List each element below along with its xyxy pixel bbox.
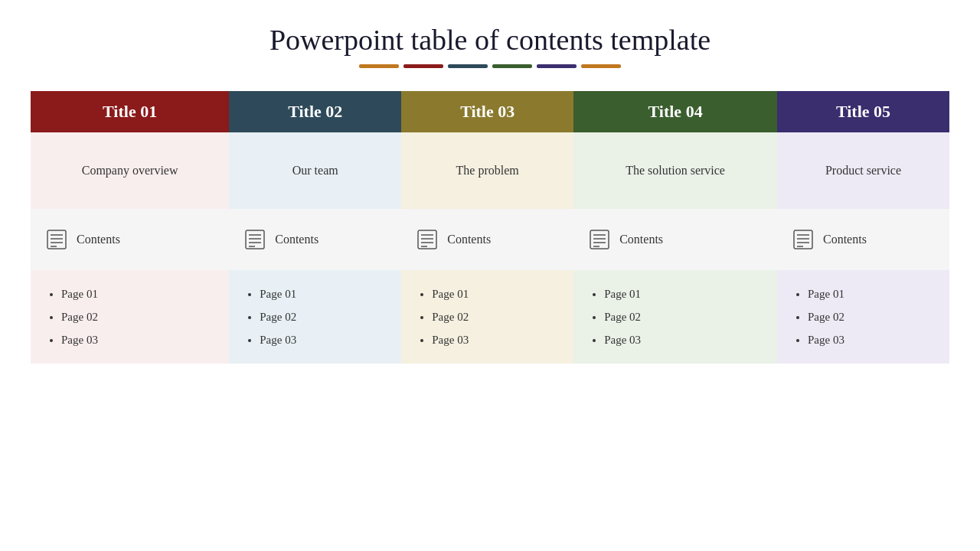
col1-contents: Contents: [31, 209, 229, 270]
header-row: Title 01 Title 02 Title 03 Title 04 Titl…: [31, 91, 949, 132]
col1-contents-inner: Contents: [46, 229, 214, 250]
col4-subtitle: The solution service: [573, 132, 777, 209]
list-item: Page 02: [808, 305, 934, 328]
col3-header: Title 03: [401, 91, 573, 132]
color-bar-1: [359, 64, 399, 68]
color-bars-row: [359, 64, 621, 68]
pages-row: Page 01 Page 02 Page 03 Page 01 Page 02 …: [31, 270, 949, 364]
col2-subtitle: Our team: [229, 132, 401, 209]
col2-header: Title 02: [229, 91, 401, 132]
page: Powerpoint table of contents template Ti…: [0, 0, 980, 551]
list-item: Page 02: [61, 305, 214, 328]
list-item: Page 03: [61, 328, 214, 351]
list-item: Page 01: [604, 282, 762, 305]
col3-contents-inner: Contents: [416, 229, 558, 250]
color-bar-2: [403, 64, 443, 68]
col1-page-list: Page 01 Page 02 Page 03: [46, 282, 214, 351]
list-item: Page 02: [260, 305, 386, 328]
col4-contents: Contents: [573, 209, 777, 270]
color-bar-6: [581, 64, 621, 68]
subtitle-row: Company overview Our team The problem Th…: [31, 132, 949, 209]
col3-page-list: Page 01 Page 02 Page 03: [416, 282, 558, 351]
col1-header: Title 01: [31, 91, 229, 132]
col4-page-list: Page 01 Page 02 Page 03: [589, 282, 762, 351]
col1-pages: Page 01 Page 02 Page 03: [31, 270, 229, 364]
list-item: Page 03: [808, 328, 934, 351]
col3-pages: Page 01 Page 02 Page 03: [401, 270, 573, 364]
list-item: Page 01: [61, 282, 214, 305]
col2-pages: Page 01 Page 02 Page 03: [229, 270, 401, 364]
col2-contents: Contents: [229, 209, 401, 270]
col3-subtitle: The problem: [401, 132, 573, 209]
col1-subtitle: Company overview: [31, 132, 229, 209]
col3-contents: Contents: [401, 209, 573, 270]
col4-header: Title 04: [573, 91, 777, 132]
list-item: Page 02: [432, 305, 558, 328]
contents-table: Title 01 Title 02 Title 03 Title 04 Titl…: [31, 91, 949, 364]
col4-contents-inner: Contents: [589, 229, 762, 250]
col5-contents-inner: Contents: [792, 229, 934, 250]
col5-header: Title 05: [777, 91, 949, 132]
col1-list-icon: [46, 229, 67, 250]
col5-contents: Contents: [777, 209, 949, 270]
list-item: Page 03: [604, 328, 762, 351]
col3-list-icon: [416, 229, 438, 250]
color-bar-3: [448, 64, 488, 68]
col5-pages: Page 01 Page 02 Page 03: [777, 270, 949, 364]
list-item: Page 02: [604, 305, 762, 328]
col4-list-icon: [589, 229, 610, 250]
list-item: Page 03: [260, 328, 386, 351]
col2-contents-inner: Contents: [244, 229, 386, 250]
list-item: Page 01: [260, 282, 386, 305]
contents-row: Contents Contents: [31, 209, 949, 270]
color-bar-5: [537, 64, 577, 68]
list-item: Page 01: [808, 282, 934, 305]
col4-pages: Page 01 Page 02 Page 03: [573, 270, 777, 364]
col5-page-list: Page 01 Page 02 Page 03: [792, 282, 934, 351]
col2-list-icon: [244, 229, 266, 250]
col2-page-list: Page 01 Page 02 Page 03: [244, 282, 386, 351]
color-bar-4: [492, 64, 532, 68]
page-title: Powerpoint table of contents template: [270, 23, 710, 57]
list-item: Page 03: [432, 328, 558, 351]
col5-subtitle: Product service: [777, 132, 949, 209]
col5-list-icon: [792, 229, 814, 250]
list-item: Page 01: [432, 282, 558, 305]
